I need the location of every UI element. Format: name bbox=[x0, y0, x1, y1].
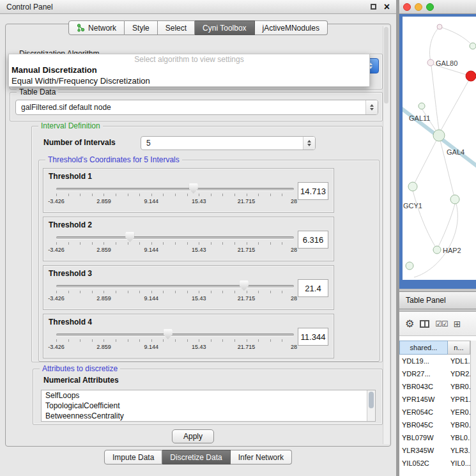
algorithm-option-equal-width[interactable]: Equal Width/Frequency Discretization bbox=[9, 75, 369, 86]
tab-label: Infer Network bbox=[238, 453, 284, 462]
attributes-group: Attributes to discretize Numerical Attri… bbox=[33, 369, 383, 425]
threshold-value-field[interactable]: 14.713 bbox=[298, 182, 328, 200]
column-header-shared[interactable]: shared... bbox=[399, 341, 448, 355]
slider-track[interactable] bbox=[56, 188, 294, 190]
table-panel-header[interactable]: Table Panel bbox=[399, 291, 476, 309]
slider-track[interactable] bbox=[56, 285, 294, 288]
node-label: GAL4 bbox=[447, 148, 464, 156]
table-row[interactable]: YIL052CYIL0... bbox=[399, 457, 470, 470]
slider-ticks bbox=[56, 291, 294, 293]
slider-thumb[interactable] bbox=[164, 329, 173, 339]
network-node[interactable] bbox=[406, 262, 413, 270]
zoom-traffic-light[interactable] bbox=[426, 3, 434, 11]
tab-infer-network[interactable]: Infer Network bbox=[231, 450, 292, 464]
table-cell: YDR2... bbox=[448, 367, 470, 380]
slider-track[interactable] bbox=[56, 334, 294, 336]
network-node[interactable] bbox=[418, 103, 425, 109]
apply-button[interactable]: Apply bbox=[172, 429, 214, 443]
numerical-attributes-list[interactable]: SelfLoopsTopologicalCoefficientBetweenne… bbox=[41, 390, 376, 422]
network-node[interactable] bbox=[470, 43, 476, 49]
tab-style[interactable]: Style bbox=[125, 20, 158, 35]
network-edge[interactable] bbox=[413, 135, 439, 187]
network-node[interactable] bbox=[427, 59, 434, 66]
slider-thumb[interactable] bbox=[125, 232, 134, 242]
slider-thumb[interactable] bbox=[189, 183, 198, 194]
network-canvas[interactable]: GAL80GAL11GAL4GCY1HAP2 bbox=[403, 17, 476, 280]
grid-plus-icon[interactable]: ⊞ bbox=[454, 319, 461, 329]
table-data-combobox[interactable]: galFiltered.sif default node bbox=[15, 100, 378, 115]
thresholds-group: Threshold's Coordinates for 5 Intervals … bbox=[38, 160, 380, 362]
gear-icon[interactable]: ⚙ bbox=[405, 318, 414, 330]
table-row[interactable]: YLR345WYLR3... bbox=[399, 444, 470, 457]
table-cell: YBR045C bbox=[399, 418, 448, 431]
network-node[interactable] bbox=[450, 195, 459, 204]
network-node[interactable] bbox=[433, 246, 441, 254]
network-node[interactable] bbox=[466, 71, 476, 81]
table-scrollbar[interactable] bbox=[470, 341, 476, 476]
float-window-button[interactable] bbox=[371, 4, 376, 10]
column-header-name[interactable]: n... bbox=[448, 341, 470, 355]
minimize-traffic-light[interactable] bbox=[415, 3, 422, 11]
tab-cyni-toolbox[interactable]: Cyni Toolbox bbox=[195, 20, 254, 35]
network-node[interactable] bbox=[433, 130, 445, 141]
combobox-arrows-icon[interactable] bbox=[303, 137, 315, 150]
table-cell: YLR3... bbox=[448, 444, 470, 457]
threshold-slider[interactable]: -3.4262.8599.14415.4321.71528 bbox=[56, 329, 294, 357]
network-edge[interactable] bbox=[431, 66, 439, 130]
network-edge[interactable] bbox=[413, 190, 436, 247]
table-row[interactable]: YBR043CYBR0... bbox=[399, 380, 470, 393]
table-row[interactable]: YPR145WYPR1... bbox=[399, 393, 470, 406]
network-edge[interactable] bbox=[441, 80, 469, 130]
table-row[interactable]: YDL19...YDL1... bbox=[399, 355, 470, 367]
combobox-arrows-icon[interactable] bbox=[365, 100, 378, 114]
threshold-slider[interactable]: -3.4262.8599.14415.4321.71528 bbox=[56, 232, 294, 260]
network-edge[interactable] bbox=[430, 27, 440, 61]
tab-jactivemnodules[interactable]: jActiveMNodules bbox=[255, 20, 328, 35]
network-node[interactable] bbox=[437, 24, 442, 29]
network-edge[interactable] bbox=[440, 27, 473, 46]
slider-track[interactable] bbox=[56, 236, 294, 239]
list-item[interactable]: SelfLoops bbox=[42, 390, 375, 401]
tab-label: jActiveMNodules bbox=[263, 24, 319, 33]
slider-ticks bbox=[56, 194, 294, 196]
number-of-intervals-combobox[interactable]: 5 bbox=[141, 136, 316, 150]
tab-select[interactable]: Select bbox=[158, 20, 195, 35]
slider-thumb[interactable] bbox=[240, 280, 249, 291]
table-row[interactable]: YER054CYER0... bbox=[399, 406, 470, 418]
threshold-slider[interactable]: -3.4262.8599.14415.4321.71528 bbox=[56, 280, 294, 309]
list-scrollbar[interactable] bbox=[367, 390, 375, 421]
node-label: GAL80 bbox=[436, 59, 457, 67]
threshold-label: Threshold 2 bbox=[49, 220, 92, 229]
list-item[interactable]: TopologicalCoefficient bbox=[42, 401, 375, 411]
table-cell: YIL0... bbox=[448, 457, 470, 470]
table-row[interactable]: YBL079WYBL0... bbox=[399, 431, 470, 444]
tick-label: 2.859 bbox=[96, 247, 111, 253]
columns-icon[interactable] bbox=[420, 320, 429, 328]
select-checkboxes-icon[interactable]: ☑☑ bbox=[435, 319, 448, 328]
table-row[interactable]: YDR27...YDR2... bbox=[399, 367, 470, 380]
network-node[interactable] bbox=[408, 182, 417, 191]
tick-labels: -3.4262.8599.14415.4321.71528 bbox=[56, 344, 294, 351]
tick-label: 28 bbox=[291, 247, 297, 253]
table-data-group: Table Data galFiltered.sif default node bbox=[10, 92, 383, 121]
threshold-value-field[interactable]: 6.316 bbox=[298, 231, 328, 249]
threshold-value-field[interactable]: 11.344 bbox=[298, 328, 328, 346]
tab-discretize-data[interactable]: Discretize Data bbox=[162, 450, 230, 464]
panel-scrollbar[interactable] bbox=[383, 26, 389, 444]
network-canvas-container[interactable]: GAL80GAL11GAL4GCY1HAP2 bbox=[403, 17, 476, 280]
close-icon[interactable]: × bbox=[384, 3, 390, 12]
network-window-titlebar[interactable] bbox=[399, 0, 476, 14]
list-item[interactable]: BetweennessCentrality bbox=[42, 411, 375, 421]
table-data-group-title: Table Data bbox=[17, 88, 58, 97]
close-traffic-light[interactable] bbox=[403, 3, 411, 11]
panel-scrollbar-thumb[interactable] bbox=[384, 27, 388, 104]
threshold-slider[interactable]: -3.4262.8599.14415.4321.71528 bbox=[56, 183, 294, 211]
table-row[interactable]: YBR045CYBR0... bbox=[399, 418, 470, 431]
tab-network[interactable]: Network bbox=[68, 20, 125, 35]
algorithm-option-manual[interactable]: Manual Discretization bbox=[9, 65, 369, 75]
threshold-value-field[interactable]: 21.4 bbox=[298, 279, 328, 297]
right-panel: GAL80GAL11GAL4GCY1HAP2 Table Panel ⚙ ☑☑ … bbox=[399, 0, 476, 476]
tab-impute-data[interactable]: Impute Data bbox=[104, 450, 162, 464]
list-scrollbar-thumb[interactable] bbox=[369, 392, 374, 408]
control-panel-titlebar[interactable]: Control Panel × bbox=[0, 0, 396, 14]
